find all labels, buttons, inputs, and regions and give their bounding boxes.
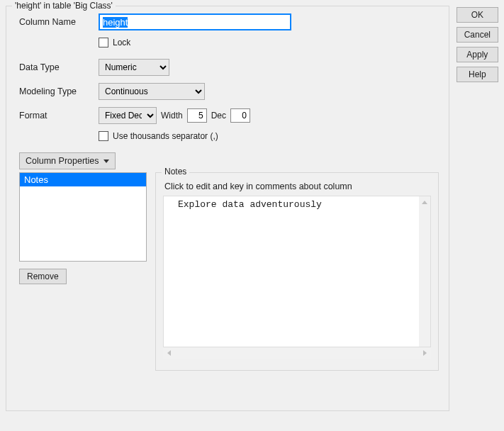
width-label: Width (161, 111, 183, 121)
lock-label: Lock (113, 38, 130, 47)
notes-panel: Notes Click to edit and key in comments … (155, 172, 439, 371)
notes-hint: Click to edit and key in comments about … (164, 181, 431, 191)
format-label: Format (19, 111, 99, 121)
property-item-notes[interactable]: Notes (20, 173, 146, 186)
column-name-label: Column Name (19, 17, 99, 27)
scroll-up-icon (422, 201, 427, 204)
scroll-left-icon (167, 350, 171, 356)
modeling-type-label: Modeling Type (19, 86, 99, 96)
column-info-fieldset: 'height' in table 'Big Class' Column Nam… (6, 6, 449, 411)
properties-list[interactable]: Notes (19, 172, 147, 262)
ok-button[interactable]: OK (457, 7, 498, 23)
caret-down-icon (103, 159, 109, 163)
scroll-right-icon (423, 350, 427, 356)
column-properties-dropdown[interactable]: Column Properties (19, 152, 116, 169)
apply-button[interactable]: Apply (457, 47, 498, 62)
column-properties-label: Column Properties (26, 156, 99, 166)
remove-button[interactable]: Remove (19, 269, 67, 284)
horizontal-scrollbar[interactable] (163, 347, 431, 359)
help-button[interactable]: Help (457, 67, 498, 82)
notes-panel-title: Notes (162, 167, 189, 177)
data-type-select[interactable]: Numeric (99, 59, 169, 76)
notes-content: Explore data adventurously (169, 199, 322, 210)
thousands-separator-label: Use thousands separator (,) (113, 131, 218, 141)
dec-label: Dec (211, 111, 226, 121)
notes-editor[interactable]: Explore data adventurously (163, 196, 431, 347)
column-name-input[interactable] (99, 13, 291, 30)
format-type-select[interactable]: Fixed Dec (99, 107, 157, 124)
thousands-separator-checkbox[interactable] (99, 131, 108, 141)
lock-checkbox[interactable] (99, 38, 108, 47)
fieldset-title: 'height' in table 'Big Class' (12, 1, 116, 11)
data-type-label: Data Type (19, 62, 99, 72)
modeling-type-select[interactable]: Continuous (99, 83, 205, 100)
width-input[interactable] (187, 108, 207, 123)
action-buttons: OK Cancel Apply Help (457, 7, 498, 82)
vertical-scrollbar[interactable] (419, 196, 430, 347)
cancel-button[interactable]: Cancel (457, 27, 498, 43)
dec-input[interactable] (230, 108, 250, 123)
